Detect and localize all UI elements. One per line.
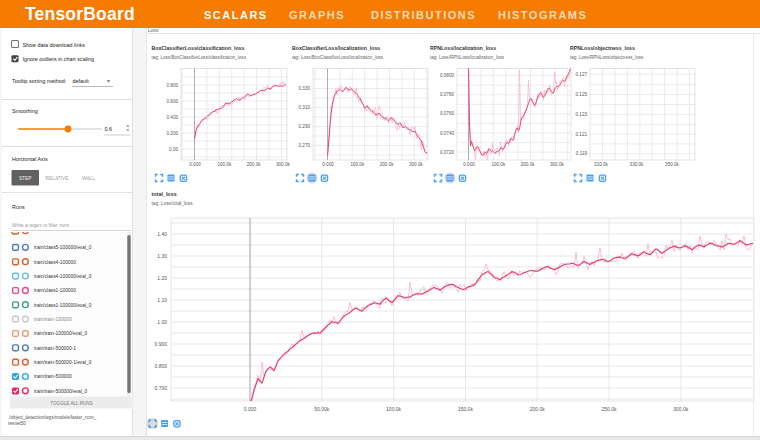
svg-text:Horizontal Axis: Horizontal Axis <box>12 156 48 162</box>
svg-text:200.0k: 200.0k <box>247 162 261 167</box>
svg-text:TOGGLE ALL RUNS: TOGGLE ALL RUNS <box>50 401 92 406</box>
svg-text:100.0k: 100.0k <box>386 406 402 412</box>
svg-text:Runs: Runs <box>12 204 25 210</box>
svg-text:300.0k: 300.0k <box>673 406 689 412</box>
svg-text:train/train-100000: train/train-100000 <box>34 317 72 322</box>
svg-text:250.0k: 250.0k <box>601 406 617 412</box>
svg-text:Write a regex to filter runs: Write a regex to filter runs <box>12 222 70 228</box>
svg-text:BoxClassifierLoss/classificati: BoxClassifierLoss/classification_loss <box>152 45 245 51</box>
svg-text:tag: Loss/RPNLoss/localization: tag: Loss/RPNLoss/localization_loss <box>430 55 505 60</box>
svg-text:100.0k: 100.0k <box>350 162 364 167</box>
svg-text:Ignore outliers in chart scali: Ignore outliers in chart scaling <box>23 56 95 62</box>
svg-text:train/train-500000-1/eval_0: train/train-500000-1/eval_0 <box>34 360 92 365</box>
svg-text:300.0k: 300.0k <box>409 162 423 167</box>
svg-text:0.270: 0.270 <box>299 143 311 148</box>
svg-text:150.0k: 150.0k <box>458 406 474 412</box>
svg-text:0.000: 0.000 <box>244 406 257 412</box>
svg-text:Show data download links: Show data download links <box>23 42 86 48</box>
svg-text:0.127: 0.127 <box>576 72 588 77</box>
svg-text:300.0k: 300.0k <box>550 162 564 167</box>
svg-text:train/train-500000-1: train/train-500000-1 <box>34 346 76 351</box>
svg-text:tag: Loss/total_loss: tag: Loss/total_loss <box>152 201 194 206</box>
svg-text:0.0720: 0.0720 <box>440 150 454 155</box>
svg-text:BoxClassifierLoss/localization: BoxClassifierLoss/localization_loss <box>292 45 380 51</box>
svg-text:0.125: 0.125 <box>576 92 588 97</box>
svg-text:train/class1-100000: train/class1-100000 <box>34 288 76 293</box>
svg-text:0.119: 0.119 <box>576 151 588 156</box>
svg-text:0.121: 0.121 <box>576 132 588 137</box>
svg-text:Tooltip sorting method:: Tooltip sorting method: <box>12 78 66 84</box>
svg-text:0.400: 0.400 <box>167 115 179 120</box>
svg-text:100.0k: 100.0k <box>491 162 505 167</box>
svg-text:0.000: 0.000 <box>322 162 334 167</box>
svg-text:RELATIVE: RELATIVE <box>46 176 69 181</box>
svg-text:0.00: 0.00 <box>169 147 178 152</box>
svg-text:200.0k: 200.0k <box>530 406 546 412</box>
svg-text:0.310: 0.310 <box>299 105 311 110</box>
svg-text:1.10: 1.10 <box>157 297 167 303</box>
svg-text:100.0k: 100.0k <box>217 162 231 167</box>
svg-text:0.200: 0.200 <box>167 131 179 136</box>
svg-text:train/train-100000/eval_0: train/train-100000/eval_0 <box>34 331 87 336</box>
svg-text:200.0k: 200.0k <box>380 162 394 167</box>
svg-text:0.123: 0.123 <box>576 112 588 117</box>
svg-text:1.40: 1.40 <box>157 231 167 237</box>
svg-text:0.6: 0.6 <box>105 126 113 132</box>
svg-text:train/class4-100000: train/class4-100000 <box>34 260 76 265</box>
svg-text:train/train-500000/eval_0: train/train-500000/eval_0 <box>34 389 87 394</box>
svg-text:train/class4-100000/eval_0: train/class4-100000/eval_0 <box>34 274 92 279</box>
svg-text:0.330: 0.330 <box>299 86 311 91</box>
svg-text:resnet50: resnet50 <box>8 421 26 426</box>
svg-text:total_loss: total_loss <box>152 191 177 197</box>
svg-text:WALL: WALL <box>82 176 95 181</box>
svg-text:1.30: 1.30 <box>157 253 167 259</box>
svg-text:0.800: 0.800 <box>154 363 167 369</box>
svg-text:310.0k: 310.0k <box>594 162 608 167</box>
svg-text:0.0760: 0.0760 <box>440 111 454 116</box>
svg-text:default: default <box>73 78 90 84</box>
svg-text:./object_detection/wgs/models/: ./object_detection/wgs/models/faster_rcn… <box>8 415 97 420</box>
svg-text:200.0k: 200.0k <box>521 162 535 167</box>
svg-text:0.0740: 0.0740 <box>440 131 454 136</box>
svg-text:50.00k: 50.00k <box>314 406 330 412</box>
svg-text:0.000: 0.000 <box>463 162 475 167</box>
svg-text:Smoothing: Smoothing <box>12 108 38 114</box>
svg-text:0.700: 0.700 <box>154 385 167 391</box>
svg-text:train/train-500000: train/train-500000 <box>34 374 72 379</box>
svg-text:0.0780: 0.0780 <box>440 92 454 97</box>
svg-text:300.0k: 300.0k <box>276 162 290 167</box>
svg-text:350.0k: 350.0k <box>665 162 679 167</box>
svg-text:tag: Loss/BoxClassifierLoss/lo: tag: Loss/BoxClassifierLoss/localization… <box>292 55 384 60</box>
svg-text:train/class1-100000/eval_0: train/class1-100000/eval_0 <box>34 303 92 308</box>
svg-text:tag: Loss/BoxClassifierLoss/cl: tag: Loss/BoxClassifierLoss/classificati… <box>152 55 247 60</box>
svg-text:tag: Loss/RPNLoss/objectness_l: tag: Loss/RPNLoss/objectness_loss <box>570 55 644 60</box>
svg-text:RPNLoss/localization_loss: RPNLoss/localization_loss <box>430 45 496 51</box>
svg-text:STEP: STEP <box>19 176 32 181</box>
svg-text:0.000: 0.000 <box>189 162 201 167</box>
svg-text:1.20: 1.20 <box>157 275 167 281</box>
svg-text:RPNLoss/objectness_loss: RPNLoss/objectness_loss <box>570 45 635 51</box>
svg-text:330.0k: 330.0k <box>630 162 644 167</box>
svg-text:1.00: 1.00 <box>157 319 167 325</box>
svg-text:0.900: 0.900 <box>154 341 167 347</box>
svg-text:0.290: 0.290 <box>299 124 311 129</box>
svg-text:0.800: 0.800 <box>167 83 179 88</box>
svg-text:0.0800: 0.0800 <box>440 73 454 78</box>
svg-text:train/class5-100000/eval_0: train/class5-100000/eval_0 <box>34 245 92 250</box>
svg-text:0.600: 0.600 <box>167 99 179 104</box>
